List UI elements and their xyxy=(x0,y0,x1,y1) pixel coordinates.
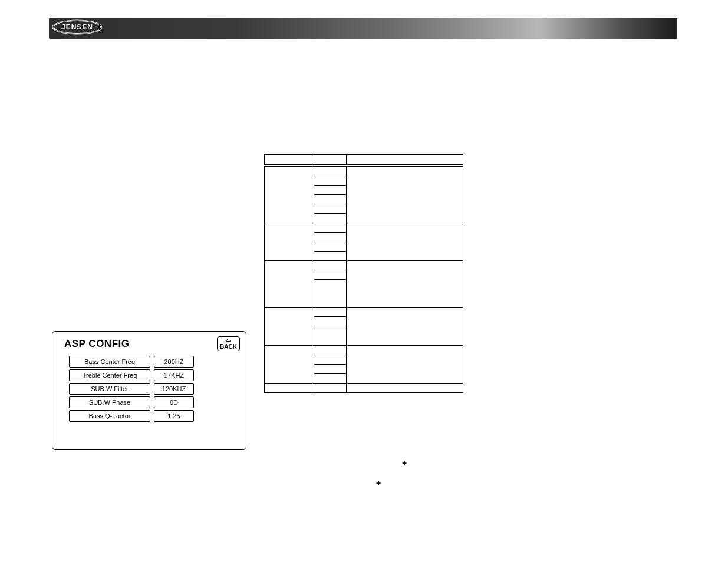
left-section-title: ASP Configuration xyxy=(53,47,248,56)
asp-row-label[interactable]: Bass Center Freq xyxy=(69,356,150,368)
cell-source: AV IN 2 xyxy=(265,346,314,384)
cell-option: 1 xyxy=(314,233,346,242)
cell-option: 0 xyxy=(314,308,346,317)
cell-option: 2 xyxy=(314,242,346,252)
pvol-options-table: Source Option Function Radio 0 Default 1… xyxy=(264,154,463,393)
brand-logo: JENSEN xyxy=(52,19,103,35)
table-row: AV IN 2 0 Default xyxy=(265,346,463,355)
cell-function: Default xyxy=(346,167,463,223)
cell-option: ... xyxy=(314,252,346,261)
asp-row-label[interactable]: Bass Q-Factor xyxy=(69,410,150,422)
right-intro-2: To modify, touch SEL for the source you … xyxy=(264,74,677,82)
cell-function: Default xyxy=(346,223,463,261)
right-column: P.VOL (Programmable Volume) This feature… xyxy=(264,47,677,91)
plus-icon: + xyxy=(376,478,381,488)
asp-row-value[interactable]: 1.25 xyxy=(154,410,194,422)
back-button[interactable]: ⇦ BACK xyxy=(217,336,240,351)
table-row: Radio 0 Default xyxy=(265,167,463,176)
back-label: BACK xyxy=(220,343,237,350)
cell-option: — xyxy=(314,384,346,393)
th-source: Source xyxy=(265,155,314,166)
cell-option: 0 xyxy=(314,223,346,233)
after-table-text: • Touch the + button next to the "Amp" o… xyxy=(264,457,677,474)
left-item-1: When the Treble Center Freq feature is a… xyxy=(53,126,248,144)
asp-row: SUB.W Phase 0D xyxy=(69,396,240,408)
asp-config-panel: ASP CONFIG ⇦ BACK Bass Center Freq 200HZ… xyxy=(52,331,246,450)
cell-source: NAV xyxy=(265,261,314,308)
cell-source: Radio xyxy=(265,167,314,223)
cell-option: 5 xyxy=(314,214,346,223)
header-strip xyxy=(49,18,677,39)
cell-source: AV IN 1 xyxy=(265,308,314,346)
cell-function: Return to the previous menu. xyxy=(346,384,463,393)
cell-option: ... xyxy=(314,280,346,308)
cell-option: 1 xyxy=(314,176,346,186)
cell-option: 2 xyxy=(314,186,346,195)
page-number: 16 xyxy=(53,537,60,544)
left-item-4: When the Bass Q-Factor feature is access… xyxy=(53,178,248,196)
th-function: Function xyxy=(346,155,463,166)
asp-row: Bass Q-Factor 1.25 xyxy=(69,410,240,422)
table-row: AV IN 1 0 Default xyxy=(265,308,463,317)
left-item-0: When the Bass Center Freq feature is acc… xyxy=(53,108,248,126)
table-row: Disc 0 Default xyxy=(265,223,463,233)
asp-row-value[interactable]: 120KHZ xyxy=(154,383,194,395)
right-heading: P.VOL (Programmable Volume) xyxy=(264,47,677,56)
left-item-2: When the Subwoofer Filter feature is acc… xyxy=(53,143,248,161)
cell-option: 4 xyxy=(314,204,346,214)
after-table-block: Amp (Internal Amp) • Touch the + button … xyxy=(264,448,677,474)
cell-source: Disc xyxy=(265,223,314,261)
table-row: Exit — Return to the previous menu. xyxy=(265,384,463,393)
asp-title: ASP CONFIG xyxy=(64,338,129,350)
cell-option: 3 xyxy=(314,195,346,204)
right-intro-1: This feature allows the user to select a… xyxy=(264,56,677,74)
cell-option: ... xyxy=(314,326,346,346)
cell-option: 0 xyxy=(314,261,346,270)
th-option: Option xyxy=(314,155,346,166)
cell-option: 0 xyxy=(314,346,346,355)
cell-function: Default xyxy=(346,346,463,384)
asp-row-label[interactable]: SUB.W Filter xyxy=(69,383,150,395)
asp-rows: Bass Center Freq 200HZ Treble Center Fre… xyxy=(52,353,246,422)
left-intro: The ASP (Audio Signal Processing) Config… xyxy=(53,56,248,108)
cell-option: 1 xyxy=(314,317,346,326)
asp-row-value[interactable]: 200HZ xyxy=(154,356,194,368)
cell-source: Exit xyxy=(265,384,314,393)
asp-row-value[interactable]: 17KHZ xyxy=(154,369,194,381)
asp-row: SUB.W Filter 120KHZ xyxy=(69,383,240,395)
model-label: VM9214 xyxy=(636,21,669,31)
asp-row-label[interactable]: SUB.W Phase xyxy=(69,396,150,408)
asp-row-value[interactable]: 0D xyxy=(154,396,194,408)
cell-function: Default xyxy=(346,308,463,346)
cell-option: 1 xyxy=(314,355,346,365)
asp-row: Bass Center Freq 200HZ xyxy=(69,356,240,368)
cell-option: 0 xyxy=(314,167,346,176)
cell-option: 1 xyxy=(314,270,346,280)
cell-option: 6 xyxy=(314,374,346,384)
left-item-3: When the Subwoofer Phase feature is acce… xyxy=(53,161,248,178)
cell-function: Default xyxy=(346,261,463,308)
table-header-row: Source Option Function xyxy=(265,155,463,166)
brand-logo-text: JENSEN xyxy=(61,23,93,31)
table-row: NAV 0 Default xyxy=(265,261,463,270)
asp-row: Treble Center Freq 17KHZ xyxy=(69,369,240,381)
left-column: ASP Configuration The ASP (Audio Signal … xyxy=(53,47,248,196)
asp-row-label[interactable]: Treble Center Freq xyxy=(69,369,150,381)
after-table-heading: Amp (Internal Amp) xyxy=(264,448,677,457)
cell-option: ... xyxy=(314,365,346,374)
table-title: Table 2: P.Vol Options xyxy=(264,82,677,91)
